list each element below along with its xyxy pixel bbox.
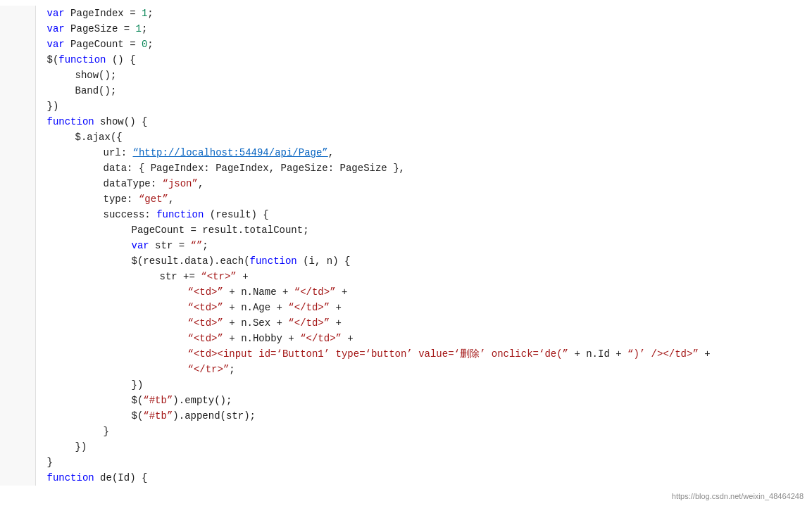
token-text: + n.Hobby + [223,333,300,344]
token-text: show() { [94,116,148,127]
token-str: “</td>” [294,286,336,298]
line-number [0,362,35,377]
token-text: dataType: [104,178,163,189]
token-str: “<td><input id=‘Button1’ type=‘button’ v… [188,348,568,360]
code-content: }) [35,99,812,114]
token-text: ; [229,364,235,375]
code-content: “<td>” + n.Sex + “</td>” + [35,315,812,331]
line-number [0,99,35,114]
token-kw: function [250,255,297,267]
table-row: success: function (result) { [0,207,812,222]
code-content: type: “get”, [35,191,812,207]
token-kw: function [156,209,204,220]
line-number [0,37,35,52]
token-text: ).empty(); [173,395,232,406]
token-text: PageCount = result.totalCount; [132,224,309,236]
table-row: “</tr>”; [0,362,812,377]
token-text: () { [106,54,136,65]
token-text: } [104,426,109,437]
token-text: PageIndex = [65,8,142,19]
token-text: (); [99,85,116,96]
code-container: var PageIndex = 1;var PageSize = 1;var P… [0,0,812,506]
line-number [0,331,35,346]
token-text: + n.Sex + [223,317,288,329]
table-row: function de(Id) { [0,470,812,486]
token-kw: function [47,472,94,483]
token-str: “)’ /></td>” [627,348,699,360]
line-number [0,145,35,160]
code-content: str += “<tr>” + [35,269,812,284]
code-content: $(result.data).each(function (i, n) { [35,253,812,269]
code-content: success: function (result) { [35,207,812,222]
line-number [0,300,35,315]
table-row: data: { PageIndex: PageIndex, PageSize: … [0,160,812,176]
code-content: “<td>” + n.Hobby + “</td>” + [35,331,812,346]
token-num: 1 [136,23,142,34]
code-content: var PageSize = 1; [35,21,812,37]
token-text: $( [132,395,144,406]
code-content: Band(); [35,83,812,99]
code-content: $(function () { [35,52,812,68]
token-text: (); [99,70,116,81]
table-row: $.ajax({ [0,129,812,145]
token-text: type: [104,194,139,205]
token-text: + [330,317,342,329]
watermark: https://blog.csdn.net/weixin_48464248 [672,492,804,500]
table-row: url: “http://localhost:54494/api/Page”, [0,145,812,160]
token-text: $(result.data).each( [132,255,250,267]
token-text: + [342,333,354,344]
line-number [0,346,35,362]
table-row: $(result.data).each(function (i, n) { [0,253,812,269]
table-row: } [0,424,812,439]
token-text: Band [75,85,99,96]
token-kw: function [58,54,106,65]
line-number [0,21,35,37]
code-content: url: “http://localhost:54494/api/Page”, [35,145,812,160]
token-text: ; [147,39,153,50]
table-row: $(“#tb”).append(str); [0,408,812,424]
table-row: “<td>” + n.Age + “</td>” + [0,300,812,315]
table-row: var PageIndex = 1; [0,6,812,21]
line-number [0,470,35,486]
line-number [0,377,35,393]
token-text: , [328,147,334,158]
code-content: show(); [35,68,812,83]
code-content: $.ajax({ [35,129,812,145]
token-text: ; [142,23,147,34]
line-number [0,408,35,424]
line-number [0,176,35,191]
token-text: , [198,178,204,189]
token-str: “” [191,240,203,251]
token-str: “<td>” [188,317,223,329]
token-text: $( [132,410,144,422]
code-content: var str = “”; [35,238,812,253]
token-text: str = [149,240,191,251]
token-kw: var [47,8,65,19]
token-text: + [336,286,348,298]
token-text: PageCount = [65,39,142,50]
code-content: “<td>” + n.Name + “</td>” + [35,284,812,300]
token-text: + [237,271,249,282]
token-str: “#tb” [143,410,173,422]
token-text: $( [47,54,59,65]
token-text: ).append(str); [173,410,256,422]
table-row: var PageSize = 1; [0,21,812,37]
token-text: url: [104,147,133,158]
token-str: “</td>” [288,302,330,313]
token-str: “<td>” [188,333,223,344]
token-str: “</td>” [300,333,342,344]
code-content: “<td>” + n.Age + “</td>” + [35,300,812,315]
line-number [0,253,35,269]
token-str: “<td>” [188,302,223,313]
table-row: }) [0,377,812,393]
table-row: $(function () { [0,52,812,68]
line-number [0,52,35,68]
token-text: PageSize = [65,23,136,34]
table-row: $(“#tb”).empty(); [0,393,812,408]
table-row: PageCount = result.totalCount; [0,222,812,238]
code-content: }) [35,439,812,455]
table-row: } [0,455,812,470]
line-number [0,129,35,145]
table-row: var PageCount = 0; [0,37,812,52]
line-number [0,207,35,222]
